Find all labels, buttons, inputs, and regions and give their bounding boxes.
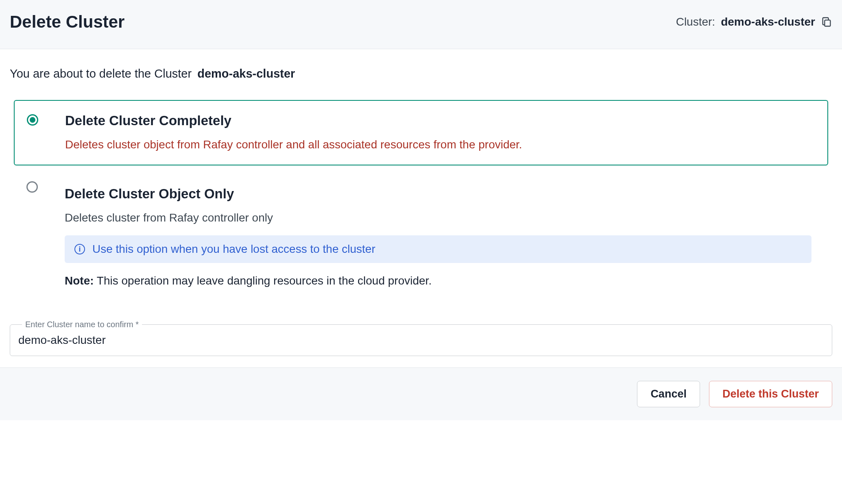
info-text: Use this option when you have lost acces… bbox=[92, 243, 375, 256]
note-text: This operation may leave dangling resour… bbox=[94, 274, 432, 287]
option-delete-object-only[interactable]: Delete Cluster Object Only Deletes clust… bbox=[14, 174, 828, 300]
cancel-button[interactable]: Cancel bbox=[637, 381, 700, 407]
copy-icon[interactable] bbox=[821, 16, 832, 28]
confirm-label: Enter Cluster name to confirm * bbox=[22, 320, 142, 329]
delete-button[interactable]: Delete this Cluster bbox=[709, 381, 832, 407]
dialog-body: You are about to delete the Cluster demo… bbox=[0, 49, 842, 367]
dialog-header: Delete Cluster Cluster: demo-aks-cluster bbox=[0, 0, 842, 49]
radio-delete-completely[interactable] bbox=[27, 114, 38, 126]
intro-prefix: You are about to delete the Cluster bbox=[10, 67, 192, 80]
intro-cluster-name: demo-aks-cluster bbox=[197, 67, 295, 80]
page-title: Delete Cluster bbox=[10, 12, 124, 32]
cluster-name: demo-aks-cluster bbox=[721, 15, 815, 28]
option-title: Delete Cluster Object Only bbox=[65, 186, 811, 202]
option-title: Delete Cluster Completely bbox=[65, 113, 811, 128]
option-delete-completely[interactable]: Delete Cluster Completely Deletes cluste… bbox=[14, 100, 828, 165]
option-desc: Deletes cluster from Rafay controller on… bbox=[65, 210, 811, 226]
dialog-footer: Cancel Delete this Cluster bbox=[0, 367, 842, 420]
info-icon: i bbox=[74, 244, 85, 254]
note: Note: This operation may leave dangling … bbox=[65, 274, 811, 287]
cluster-info: Cluster: demo-aks-cluster bbox=[676, 15, 832, 28]
note-label: Note: bbox=[65, 274, 94, 287]
option-desc: Deletes cluster object from Rafay contro… bbox=[65, 137, 811, 152]
radio-delete-object-only[interactable] bbox=[26, 181, 38, 193]
confirm-field: Enter Cluster name to confirm * bbox=[10, 324, 832, 356]
info-bar: i Use this option when you have lost acc… bbox=[65, 235, 811, 263]
intro-text: You are about to delete the Cluster demo… bbox=[10, 67, 832, 80]
svg-rect-0 bbox=[825, 20, 830, 26]
cluster-label: Cluster: bbox=[676, 15, 715, 28]
